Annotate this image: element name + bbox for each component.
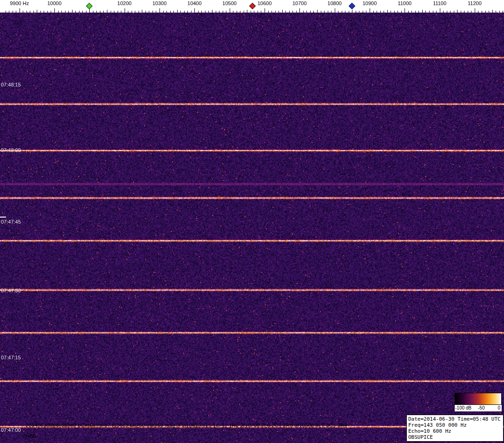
colorbar-label-min: -100 dB <box>455 405 471 410</box>
time-axis-label: 07:47:30 <box>1 288 21 293</box>
info-frequency: Freq=143 050 000 Hz <box>408 422 502 428</box>
freq-tick-label: 10400 <box>187 0 202 6</box>
colorbar-label-max: 0 <box>497 405 500 410</box>
spectrogram-app: 9900 Hz100001020010300104001050010600107… <box>0 0 504 443</box>
time-axis-tick <box>0 217 6 218</box>
colorbar-legend: -100 dB -50 0 <box>455 393 502 411</box>
frequency-axis: 9900 Hz100001020010300104001050010600107… <box>0 0 504 13</box>
freq-tick-label: 10600 <box>258 0 272 6</box>
freq-tick-label: 9900 Hz <box>10 0 29 6</box>
colorbar-label-mid: -50 <box>478 405 484 410</box>
freq-tick-label: 10300 <box>153 0 167 6</box>
freq-tick-label: 11200 <box>468 0 482 6</box>
freq-tick-label: 11100 <box>433 0 446 6</box>
freq-tick-label: 10700 <box>292 0 307 6</box>
time-axis-label: 07:48:15 <box>1 82 21 87</box>
freq-tick-label: 10500 <box>222 0 237 6</box>
spectrogram-canvas <box>0 13 504 443</box>
freq-tick-label: 10000 <box>47 0 62 6</box>
colorbar-gradient <box>455 393 502 405</box>
time-axis-label: 07:47:00 <box>1 427 21 433</box>
time-axis-label: 07:48:00 <box>1 147 21 153</box>
info-echo: Echo=10 600 Hz <box>408 428 502 434</box>
time-offset-note: ^t+58 <box>23 433 36 439</box>
freq-tick-label: 11000 <box>398 0 411 6</box>
time-axis-label: 07:47:15 <box>1 355 21 360</box>
event-annotation-text: 20140630054658880 bCnt56 nb-87 f10613 bi… <box>26 423 347 428</box>
freq-tick-label: 10900 <box>363 0 377 6</box>
status-info-box: Date=2014-06-30 Time=05:48 UTC Freq=143 … <box>406 415 504 442</box>
freq-tick-label: 10200 <box>117 0 132 6</box>
info-station: OBSUPICE <box>408 434 502 440</box>
info-date-time: Date=2014-06-30 Time=05:48 UTC <box>408 416 502 422</box>
freq-tick-label: 10800 <box>327 0 342 6</box>
time-axis-label: 07:47:45 <box>1 219 21 225</box>
colorbar-labels: -100 dB -50 0 <box>455 405 502 411</box>
